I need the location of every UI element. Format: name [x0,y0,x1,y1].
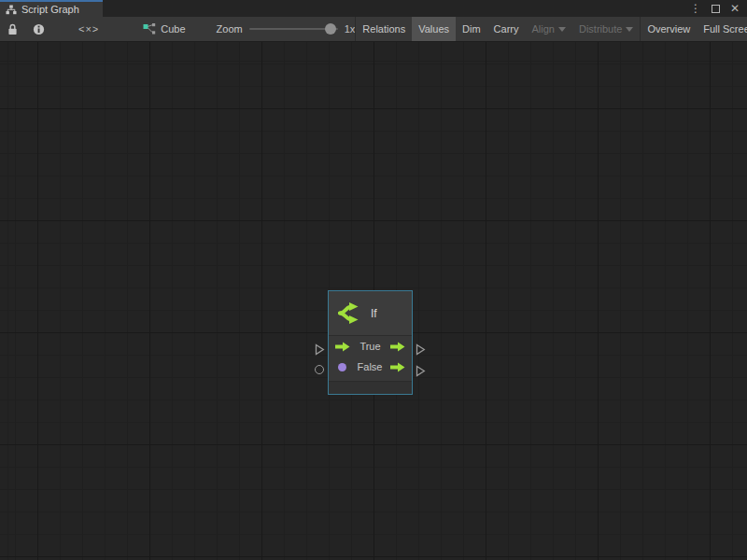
flow-output-port-false[interactable] [416,365,426,377]
lock-icon [7,23,18,35]
toolbar-button-full-screen[interactable]: Full Screen [697,17,747,41]
flow-arrow-icon[interactable] [335,342,350,352]
toolbar-button-dim[interactable]: Dim [456,17,487,41]
toolbar-button-label: Align [531,23,554,35]
lock-button[interactable] [0,17,25,41]
window-menu-icon[interactable]: ⋮ [689,2,702,15]
if-node-header[interactable]: If [329,291,412,336]
branch-icon [337,301,362,325]
port-row-false: False [329,357,412,377]
close-icon[interactable]: ✕ [728,2,741,15]
graph-canvas[interactable]: If True [0,42,747,560]
flow-arrow-icon[interactable] [390,342,405,352]
port-label-false: False [353,361,387,372]
if-node[interactable]: If True [328,290,413,395]
toolbar-button-align[interactable]: Align [525,17,571,41]
toolbar-button-overview[interactable]: Overview [641,17,697,41]
toolbar-button-values[interactable]: Values [412,17,456,41]
code-view-icon: <×> [78,23,99,35]
window-controls: ⋮ ✕ [689,0,747,17]
hollow-circle-icon [315,365,324,374]
graph-context-icon [143,23,156,35]
zoom-slider-handle[interactable] [325,23,336,35]
graph-context-label: Cube [161,23,185,35]
code-view-button[interactable]: <×> [52,17,125,41]
port-label-true: True [354,341,387,352]
title-bar: Script Graph ⋮ ✕ [0,0,747,17]
flow-input-port-true[interactable] [315,343,325,356]
maximize-icon[interactable] [709,2,722,15]
zoom-level: 1x [345,23,356,35]
toolbar-button-carry[interactable]: Carry [487,17,526,41]
toolbar-button-distribute[interactable]: Distribute [572,17,640,41]
zoom-label: Zoom [217,23,243,35]
node-footer-bar [329,381,412,394]
port-row-true: True [329,336,412,357]
script-graph-window: Script Graph ⋮ ✕ [0,0,747,560]
hierarchy-graph-icon [6,5,17,15]
hollow-triangle-icon [416,365,426,377]
toolbar-button-relations[interactable]: Relations [356,17,412,41]
tab-script-graph[interactable]: Script Graph [0,0,103,17]
tab-label: Script Graph [21,4,79,15]
toolbar-button-label: Distribute [579,23,622,35]
graph-context-button[interactable]: Cube [136,17,191,41]
chevron-down-icon [626,27,633,32]
zoom-slider[interactable] [249,28,338,30]
graph-toolbar: <×> Cube Zoom 1x Relations [0,17,747,42]
zoom-control: Zoom 1x [217,17,356,41]
node-title: If [371,307,377,320]
flow-arrow-icon[interactable] [390,362,405,372]
chevron-down-icon [558,27,566,32]
info-icon [33,23,45,35]
if-node-wrapper: If True [315,290,426,397]
toolbar-button-group: Relations Values Dim Carry Align Distrib… [355,17,747,41]
info-button[interactable] [25,17,52,41]
hollow-triangle-icon [315,343,325,356]
value-dot-icon[interactable] [338,363,346,371]
hollow-triangle-icon [416,343,426,356]
value-input-port-condition[interactable] [315,365,324,374]
flow-output-port-true[interactable] [416,343,426,356]
